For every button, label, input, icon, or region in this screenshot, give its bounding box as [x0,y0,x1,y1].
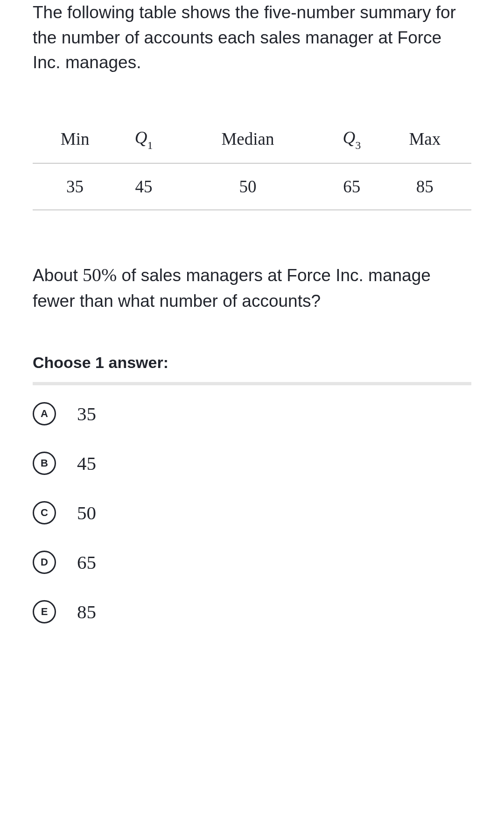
option-letter: C [41,507,48,519]
radio-icon: C [33,501,56,524]
option-value: 65 [77,551,96,573]
q3-sub: 3 [355,139,361,151]
five-number-summary-table: Min Q1 Median Q3 Max 35 45 50 65 85 [33,117,471,210]
radio-icon: A [33,402,56,425]
choose-answer-label: Choose 1 answer: [33,354,471,372]
radio-icon: D [33,551,56,574]
radio-icon: E [33,600,56,623]
question-text: About 50% of sales managers at Force Inc… [33,262,471,314]
q3-base: Q [343,128,355,147]
option-value: 50 [77,502,96,524]
question-percent: 50% [83,264,117,285]
option-value: 45 [77,452,96,474]
question-part1: About [33,266,83,285]
q1-base: Q [135,128,147,147]
option-c[interactable]: C 50 [33,488,471,538]
table-header-row: Min Q1 Median Q3 Max [33,117,471,163]
value-median: 50 [170,163,325,210]
header-min: Min [33,117,117,163]
value-q1: 45 [117,163,170,210]
divider [33,382,471,385]
intro-text: The following table shows the five-numbe… [33,0,471,75]
option-value: 35 [77,403,96,425]
value-min: 35 [33,163,117,210]
option-b[interactable]: B 45 [33,439,471,488]
option-d[interactable]: D 65 [33,538,471,587]
table-row: 35 45 50 65 85 [33,163,471,210]
option-letter: B [41,457,48,469]
option-letter: A [41,408,48,420]
header-q3: Q3 [325,117,378,163]
value-q3: 65 [325,163,378,210]
radio-icon: B [33,452,56,475]
header-median: Median [170,117,325,163]
value-max: 85 [378,163,471,210]
header-max: Max [378,117,471,163]
option-a[interactable]: A 35 [33,389,471,439]
q1-sub: 1 [147,139,153,151]
option-e[interactable]: E 85 [33,587,471,637]
header-q1: Q1 [117,117,170,163]
option-letter: E [41,606,48,618]
option-letter: D [41,556,48,568]
option-value: 85 [77,601,96,623]
